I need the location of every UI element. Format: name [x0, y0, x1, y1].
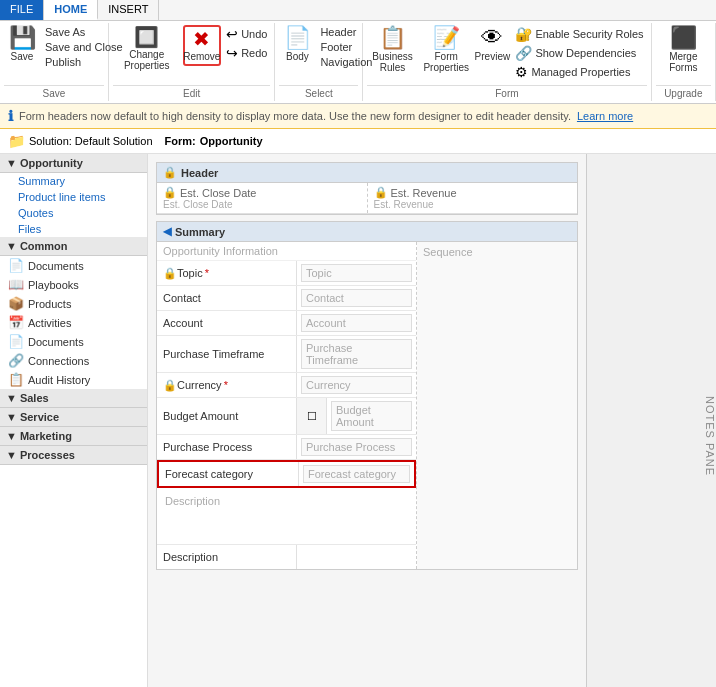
forecast-category-field[interactable]: Forecast category — [299, 462, 414, 486]
processes-collapse-icon: ▼ — [6, 449, 17, 461]
sidebar-item-products[interactable]: 📦 Products — [0, 294, 147, 313]
tab-home[interactable]: HOME — [44, 0, 98, 20]
undo-button[interactable]: ↩ Undo — [223, 25, 270, 43]
purchase-timeframe-row: Purchase Timeframe Purchase Timeframe — [157, 336, 416, 373]
save-group-items: 💾 Save Save As Save and Close Publish — [4, 25, 104, 85]
solution-label: Solution: Default Solution — [29, 135, 153, 147]
sidebar-header-opportunity[interactable]: ▼ Opportunity — [0, 154, 147, 173]
purchase-process-label: Purchase Process — [157, 435, 297, 459]
description-label-row: Description — [157, 545, 416, 569]
learn-more-link[interactable]: Learn more — [577, 110, 633, 122]
est-revenue-field[interactable]: Est. Revenue — [374, 199, 572, 210]
sidebar-item-activities[interactable]: 📅 Activities — [0, 313, 147, 332]
revenue-lock-icon: 🔒 — [374, 186, 388, 199]
sidebar-item-audit-label: Audit History — [28, 374, 90, 386]
security-icon: 🔐 — [515, 26, 532, 42]
description-text-area[interactable]: Description — [157, 488, 416, 544]
managed-properties-button[interactable]: ⚙ Managed Properties — [512, 63, 646, 81]
summary-section-label: Summary — [175, 226, 225, 238]
sidebar-section-processes: ▼ Processes — [0, 446, 147, 465]
info-text: Form headers now default to high density… — [19, 110, 571, 122]
budget-amount-label-text: Budget Amount — [163, 410, 238, 422]
remove-icon: ✖ — [193, 29, 210, 49]
sidebar-item-files[interactable]: Files — [0, 221, 147, 237]
account-label-text: Account — [163, 317, 203, 329]
description-placeholder: Description — [161, 491, 412, 541]
sidebar-item-summary[interactable]: Summary — [0, 173, 147, 189]
sidebar-item-audit-history[interactable]: 📋 Audit History — [0, 370, 147, 389]
ribbon-group-save: 💾 Save Save As Save and Close Publish Sa… — [0, 23, 109, 101]
body-button[interactable]: 📄 Body — [279, 25, 315, 64]
business-rules-button[interactable]: 📋 Business Rules — [367, 25, 418, 75]
forecast-category-label-text: Forecast category — [165, 468, 253, 480]
currency-label: 🔒 Currency * — [157, 373, 297, 397]
sidebar-item-connections[interactable]: 🔗 Connections — [0, 351, 147, 370]
est-revenue-label: Est. Revenue — [391, 187, 457, 199]
est-close-date-label-row: 🔒 Est. Close Date — [163, 186, 361, 199]
ribbon-body: 💾 Save Save As Save and Close Publish Sa… — [0, 21, 716, 103]
ribbon-group-select: 📄 Body Header Footer Navigation Select — [275, 23, 363, 101]
contact-field[interactable]: Contact — [297, 286, 416, 310]
account-field[interactable]: Account — [297, 311, 416, 335]
upgrade-group-label: Upgrade — [656, 85, 711, 99]
currency-placeholder: Currency — [301, 376, 412, 394]
currency-row: 🔒 Currency * Currency — [157, 373, 416, 398]
purchase-process-row: Purchase Process Purchase Process — [157, 435, 416, 460]
description-label: Description — [157, 545, 297, 569]
common-section-label: Common — [20, 240, 68, 252]
sidebar-item-products-label: Products — [28, 298, 71, 310]
enable-security-button[interactable]: 🔐 Enable Security Roles — [512, 25, 646, 43]
change-properties-button[interactable]: 🔲 Change Properties — [113, 25, 181, 73]
remove-button[interactable]: ✖ Remove — [183, 25, 222, 66]
tab-file[interactable]: FILE — [0, 0, 44, 20]
save-button[interactable]: 💾 Save — [4, 25, 40, 64]
preview-button[interactable]: 👁 Preview — [474, 25, 510, 64]
marketing-section-label: Marketing — [20, 430, 72, 442]
service-section-label: Service — [20, 411, 59, 423]
header-section-text: Header — [181, 167, 218, 179]
sidebar-header-sales[interactable]: ▼ Sales — [0, 389, 147, 408]
budget-amount-field[interactable]: Budget Amount — [327, 398, 416, 434]
account-label: Account — [157, 311, 297, 335]
select-group-items: 📄 Body Header Footer Navigation — [279, 25, 358, 85]
est-revenue-label-row: 🔒 Est. Revenue — [374, 186, 572, 199]
show-dependencies-button[interactable]: 🔗 Show Dependencies — [512, 44, 646, 62]
documents-icon: 📄 — [8, 258, 24, 273]
merge-forms-button[interactable]: ⬛ Merge Forms — [656, 25, 711, 75]
sidebar-item-playbooks[interactable]: 📖 Playbooks — [0, 275, 147, 294]
est-close-date-field[interactable]: Est. Close Date — [163, 199, 361, 210]
contact-placeholder: Contact — [301, 289, 412, 307]
purchase-timeframe-field[interactable]: Purchase Timeframe — [297, 336, 416, 372]
sidebar-item-product-line-items[interactable]: Product line items — [0, 189, 147, 205]
form-properties-button[interactable]: 📝 Form Properties — [420, 25, 472, 75]
sidebar-header-service[interactable]: ▼ Service — [0, 408, 147, 427]
forecast-category-placeholder: Forecast category — [303, 465, 410, 483]
opportunity-section-label: Opportunity — [20, 157, 83, 169]
budget-checkbox[interactable]: ☐ — [297, 398, 327, 434]
sidebar-header-processes[interactable]: ▼ Processes — [0, 446, 147, 465]
sidebar-item-documents2[interactable]: 📄 Documents — [0, 332, 147, 351]
common-collapse-icon: ▼ — [6, 240, 17, 252]
close-date-lock-icon: 🔒 — [163, 186, 177, 199]
topic-label-text: Topic — [177, 267, 203, 279]
purchase-timeframe-placeholder: Purchase Timeframe — [301, 339, 412, 369]
preview-icon: 👁 — [481, 27, 503, 49]
sidebar-item-documents-label: Documents — [28, 260, 84, 272]
header-section: 🔒 Header 🔒 Est. Close Date Est. Close Da… — [156, 162, 578, 215]
sidebar-item-quotes[interactable]: Quotes — [0, 205, 147, 221]
tab-insert[interactable]: INSERT — [98, 0, 159, 20]
header-fields-row: 🔒 Est. Close Date Est. Close Date 🔒 Est.… — [157, 183, 577, 214]
sidebar-section-sales: ▼ Sales — [0, 389, 147, 408]
topic-field[interactable]: Topic — [297, 261, 416, 285]
purchase-process-field[interactable]: Purchase Process — [297, 435, 416, 459]
redo-button[interactable]: ↪ Redo — [223, 44, 270, 62]
summary-left-col: Opportunity Information 🔒 Topic * Topic — [157, 242, 417, 569]
sidebar-item-documents[interactable]: 📄 Documents — [0, 256, 147, 275]
sidebar-header-marketing[interactable]: ▼ Marketing — [0, 427, 147, 446]
opp-info-row: Opportunity Information — [157, 242, 416, 261]
info-bar: ℹ Form headers now default to high densi… — [0, 104, 716, 129]
checkbox-icon: ☐ — [307, 410, 317, 423]
opp-info-label: Opportunity Information — [163, 245, 278, 257]
sidebar-header-common[interactable]: ▼ Common — [0, 237, 147, 256]
currency-field[interactable]: Currency — [297, 373, 416, 397]
